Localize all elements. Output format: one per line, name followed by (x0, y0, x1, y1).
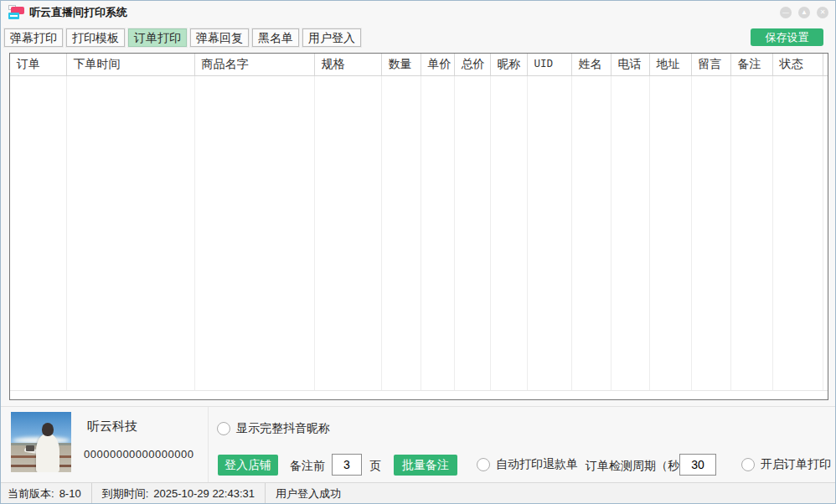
version-info: 当前版本:8-10 (1, 486, 91, 501)
close-icon[interactable]: ✕ (817, 7, 828, 18)
auto-print-refund-label: 自动打印退款单 (496, 457, 578, 472)
tab-user-login[interactable]: 用户登入 (302, 28, 361, 47)
save-settings-button[interactable]: 保存设置 (751, 28, 823, 46)
login-status: 用户登入成功 (266, 486, 351, 501)
table-header-row: 订单 下单时间 商品名字 规格 数量 单价 总价 昵称 UID 姓名 电话 地址… (10, 54, 828, 75)
show-full-nickname-radio[interactable] (217, 422, 230, 435)
note-prefix-label: 备注前 (290, 459, 325, 474)
col-product-name[interactable]: 商品名字 (194, 54, 314, 75)
show-full-nickname-label: 显示完整抖音昵称 (236, 421, 330, 436)
expire-value: 2025-10-29 22:43:31 (153, 487, 255, 500)
account-id: 00000000000000000 (84, 448, 194, 460)
tab-bar: 弹幕打印 打印模板 订单打印 弹幕回复 黑名单 用户登入 (4, 28, 361, 47)
col-address[interactable]: 地址 (649, 54, 691, 75)
order-check-period-label: 订单检测周期（秒） (586, 459, 691, 474)
tab-order-print[interactable]: 订单打印 (128, 28, 187, 47)
note-pages-input[interactable] (332, 454, 362, 476)
note-pages-unit-label: 页 (369, 459, 381, 474)
col-remark[interactable]: 备注 (730, 54, 772, 75)
tab-print-template[interactable]: 打印模板 (66, 28, 125, 47)
auto-print-refund-radio[interactable] (477, 458, 490, 471)
app-window: 听云直播间打印系统 — ▲ ✕ 弹幕打印 打印模板 订单打印 弹幕回复 黑名单 … (0, 0, 836, 504)
title-bar: 听云直播间打印系统 — ▲ ✕ (1, 1, 835, 24)
col-quantity[interactable]: 数量 (381, 54, 421, 75)
col-uid[interactable]: UID (527, 54, 571, 75)
col-order-time[interactable]: 下单时间 (66, 54, 194, 75)
orders-table: 订单 下单时间 商品名字 规格 数量 单价 总价 昵称 UID 姓名 电话 地址… (9, 53, 828, 400)
minimize-icon[interactable]: — (780, 7, 792, 18)
tab-blacklist[interactable]: 黑名单 (252, 28, 299, 47)
panel-divider (208, 407, 209, 483)
auto-print-refund-option[interactable]: 自动打印退款单 (477, 457, 578, 472)
window-title: 听云直播间打印系统 (29, 5, 127, 20)
col-phone[interactable]: 电话 (611, 54, 649, 75)
printer-app-icon (8, 5, 24, 20)
bottom-panel: 听云科技 00000000000000000 显示完整抖音昵称 登入店铺 备注前… (1, 406, 836, 482)
tab-danmu-reply[interactable]: 弹幕回复 (190, 28, 249, 47)
col-scroll-stub (823, 54, 828, 75)
col-order[interactable]: 订单 (10, 54, 66, 75)
batch-note-button[interactable]: 批量备注 (394, 455, 457, 476)
window-controls: — ▲ ✕ (780, 7, 828, 18)
expire-info: 到期时间:2025-10-29 22:43:31 (92, 486, 265, 501)
maximize-icon[interactable]: ▲ (798, 7, 810, 18)
col-unit-price[interactable]: 单价 (421, 54, 454, 75)
col-name[interactable]: 姓名 (571, 54, 611, 75)
col-total-price[interactable]: 总价 (454, 54, 490, 75)
order-check-period-input[interactable] (679, 454, 716, 476)
account-name: 听云科技 (87, 419, 137, 435)
login-shop-button[interactable]: 登入店铺 (218, 455, 278, 476)
enable-order-print-option[interactable]: 开启订单打印 (741, 457, 831, 472)
table-bottom-strip (10, 390, 828, 399)
col-message[interactable]: 留言 (691, 54, 730, 75)
version-value: 8-10 (59, 487, 81, 500)
col-status[interactable]: 状态 (772, 54, 823, 75)
col-nickname[interactable]: 昵称 (490, 54, 527, 75)
version-label: 当前版本: (8, 487, 54, 500)
col-spec[interactable]: 规格 (314, 54, 381, 75)
enable-order-print-radio[interactable] (741, 458, 755, 471)
show-full-nickname-option[interactable]: 显示完整抖音昵称 (217, 421, 330, 436)
status-bar: 当前版本:8-10 到期时间:2025-10-29 22:43:31 用户登入成… (1, 482, 836, 504)
tab-danmu-print[interactable]: 弹幕打印 (4, 28, 63, 47)
enable-order-print-label: 开启订单打印 (761, 457, 831, 472)
table-empty-body (10, 75, 828, 390)
account-avatar (11, 412, 71, 472)
expire-label: 到期时间: (102, 487, 149, 500)
